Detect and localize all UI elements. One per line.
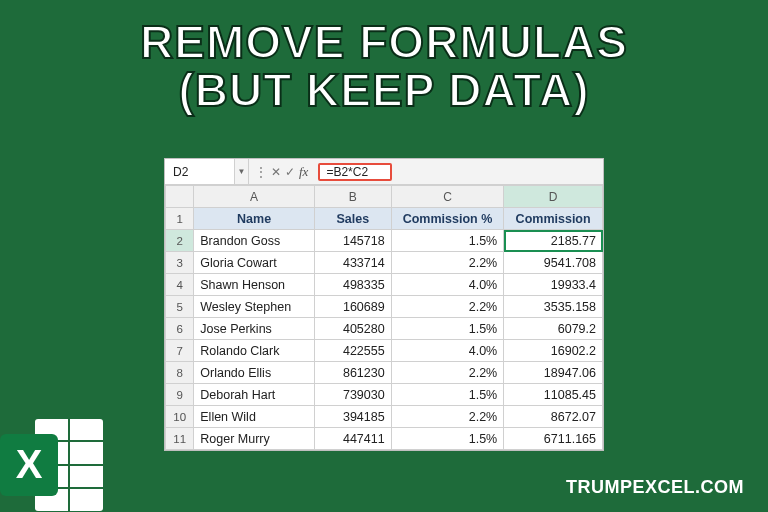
row-header[interactable]: 11	[166, 428, 194, 450]
table-row: 10Ellen Wild3941852.2%8672.07	[166, 406, 603, 428]
table-row: 11Roger Murry4474111.5%6711.165	[166, 428, 603, 450]
row-header[interactable]: 9	[166, 384, 194, 406]
fx-icon[interactable]: fx	[299, 164, 308, 180]
cell-name[interactable]: Roger Murry	[194, 428, 315, 450]
cell-sales[interactable]: 433714	[314, 252, 391, 274]
table-row: 3Gloria Cowart4337142.2%9541.708	[166, 252, 603, 274]
cell-commission[interactable]: 6079.2	[504, 318, 603, 340]
cell-name[interactable]: Brandon Goss	[194, 230, 315, 252]
header-commission-pct[interactable]: Commission %	[391, 208, 504, 230]
row-header[interactable]: 2	[166, 230, 194, 252]
header-commission[interactable]: Commission	[504, 208, 603, 230]
cell-commission[interactable]: 3535.158	[504, 296, 603, 318]
formula-input[interactable]: =B2*C2	[318, 163, 392, 181]
table-row: 2Brandon Goss1457181.5%2185.77	[166, 230, 603, 252]
cell-commission-pct[interactable]: 2.2%	[391, 296, 504, 318]
cell-name[interactable]: Jose Perkins	[194, 318, 315, 340]
col-header-A[interactable]: A	[194, 186, 315, 208]
cell-name[interactable]: Gloria Cowart	[194, 252, 315, 274]
cell-commission[interactable]: 2185.77	[504, 230, 603, 252]
cell-sales[interactable]: 405280	[314, 318, 391, 340]
cell-commission-pct[interactable]: 4.0%	[391, 340, 504, 362]
cell-commission[interactable]: 11085.45	[504, 384, 603, 406]
row-header[interactable]: 5	[166, 296, 194, 318]
row-header-1[interactable]: 1	[166, 208, 194, 230]
cell-commission[interactable]: 9541.708	[504, 252, 603, 274]
row-header[interactable]: 8	[166, 362, 194, 384]
cell-commission[interactable]: 18947.06	[504, 362, 603, 384]
row-header[interactable]: 3	[166, 252, 194, 274]
worksheet-grid: A B C D 1 Name Sales Commission % Commis…	[165, 185, 603, 450]
cancel-icon[interactable]: ✕	[271, 165, 281, 179]
cell-name[interactable]: Deborah Hart	[194, 384, 315, 406]
cell-commission-pct[interactable]: 2.2%	[391, 406, 504, 428]
cell-commission-pct[interactable]: 2.2%	[391, 252, 504, 274]
cell-sales[interactable]: 861230	[314, 362, 391, 384]
row-header[interactable]: 10	[166, 406, 194, 428]
watermark-text: TRUMPEXCEL.COM	[566, 477, 744, 498]
confirm-icon[interactable]: ✓	[285, 165, 295, 179]
cell-commission-pct[interactable]: 1.5%	[391, 428, 504, 450]
cell-sales[interactable]: 394185	[314, 406, 391, 428]
dots-icon: ⋮	[255, 165, 267, 179]
header-name[interactable]: Name	[194, 208, 315, 230]
cell-sales[interactable]: 447411	[314, 428, 391, 450]
cell-commission-pct[interactable]: 1.5%	[391, 230, 504, 252]
cell-name[interactable]: Orlando Ellis	[194, 362, 315, 384]
col-header-D[interactable]: D	[504, 186, 603, 208]
cell-commission[interactable]: 8672.07	[504, 406, 603, 428]
hero-title: REMOVE FORMULAS (BUT KEEP DATA)	[0, 0, 768, 115]
header-row: 1 Name Sales Commission % Commission	[166, 208, 603, 230]
cell-sales[interactable]: 160689	[314, 296, 391, 318]
col-header-C[interactable]: C	[391, 186, 504, 208]
cell-sales[interactable]: 498335	[314, 274, 391, 296]
cell-name[interactable]: Shawn Henson	[194, 274, 315, 296]
cell-commission-pct[interactable]: 2.2%	[391, 362, 504, 384]
cell-commission-pct[interactable]: 4.0%	[391, 274, 504, 296]
cell-commission[interactable]: 16902.2	[504, 340, 603, 362]
cell-commission[interactable]: 6711.165	[504, 428, 603, 450]
title-line-1: REMOVE FORMULAS	[0, 18, 768, 66]
title-line-2: (BUT KEEP DATA)	[0, 66, 768, 114]
cell-sales[interactable]: 739030	[314, 384, 391, 406]
formula-bar: D2 ▼ ⋮ ✕ ✓ fx =B2*C2	[165, 159, 603, 185]
cell-commission-pct[interactable]: 1.5%	[391, 318, 504, 340]
row-header[interactable]: 6	[166, 318, 194, 340]
row-header[interactable]: 4	[166, 274, 194, 296]
formula-bar-buttons: ⋮ ✕ ✓ fx	[249, 164, 314, 180]
table-row: 6Jose Perkins4052801.5%6079.2	[166, 318, 603, 340]
table-row: 4Shawn Henson4983354.0%19933.4	[166, 274, 603, 296]
name-box-dropdown-icon[interactable]: ▼	[235, 159, 249, 184]
table-row: 8Orlando Ellis8612302.2%18947.06	[166, 362, 603, 384]
cell-name[interactable]: Ellen Wild	[194, 406, 315, 428]
cell-commission[interactable]: 19933.4	[504, 274, 603, 296]
spreadsheet-screenshot: D2 ▼ ⋮ ✕ ✓ fx =B2*C2 A B C D 1 Name Sale…	[164, 158, 604, 451]
table-row: 7Rolando Clark4225554.0%16902.2	[166, 340, 603, 362]
cell-name[interactable]: Rolando Clark	[194, 340, 315, 362]
select-all-corner[interactable]	[166, 186, 194, 208]
header-sales[interactable]: Sales	[314, 208, 391, 230]
table-row: 9Deborah Hart7390301.5%11085.45	[166, 384, 603, 406]
cell-name[interactable]: Wesley Stephen	[194, 296, 315, 318]
row-header[interactable]: 7	[166, 340, 194, 362]
cell-sales[interactable]: 422555	[314, 340, 391, 362]
cell-sales[interactable]: 145718	[314, 230, 391, 252]
excel-logo-icon: X	[0, 410, 114, 512]
cell-commission-pct[interactable]: 1.5%	[391, 384, 504, 406]
svg-text:X: X	[16, 442, 43, 486]
table-row: 5Wesley Stephen1606892.2%3535.158	[166, 296, 603, 318]
name-box[interactable]: D2	[165, 159, 235, 184]
column-letter-row: A B C D	[166, 186, 603, 208]
col-header-B[interactable]: B	[314, 186, 391, 208]
